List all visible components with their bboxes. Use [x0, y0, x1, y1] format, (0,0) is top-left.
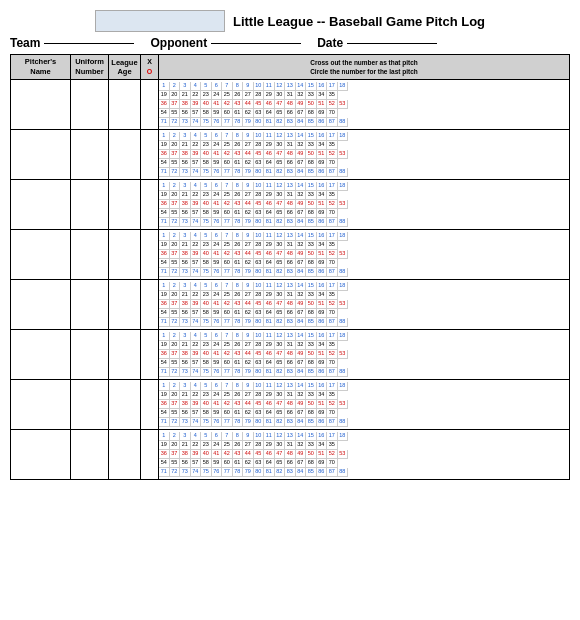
- pitch-num-76[interactable]: 76: [212, 418, 223, 427]
- pitch-num-13[interactable]: 13: [285, 132, 296, 141]
- pitch-num-44[interactable]: 44: [243, 100, 254, 109]
- pitch-num-61[interactable]: 61: [233, 359, 244, 368]
- pitch-num-51[interactable]: 51: [317, 250, 328, 259]
- pitch-num-58[interactable]: 58: [201, 359, 212, 368]
- pitch-num-37[interactable]: 37: [170, 200, 181, 209]
- pitch-num-87[interactable]: 87: [327, 218, 338, 227]
- pitch-num-33[interactable]: 33: [306, 441, 317, 450]
- pitch-num-25[interactable]: 25: [222, 391, 233, 400]
- pitch-num-70[interactable]: 70: [327, 209, 338, 218]
- pitch-num-4[interactable]: 4: [191, 132, 202, 141]
- pitch-num-80[interactable]: 80: [254, 318, 265, 327]
- pitch-num-18[interactable]: 18: [338, 432, 349, 441]
- pitch-num-86[interactable]: 86: [317, 418, 328, 427]
- pitch-num-53[interactable]: 53: [338, 350, 349, 359]
- pitch-num-49[interactable]: 49: [296, 200, 307, 209]
- pitch-num-52[interactable]: 52: [327, 100, 338, 109]
- pitch-num-47[interactable]: 47: [275, 450, 286, 459]
- pitch-num-64[interactable]: 64: [264, 109, 275, 118]
- pitch-num-25[interactable]: 25: [222, 141, 233, 150]
- pitch-num-33[interactable]: 33: [306, 91, 317, 100]
- pitch-num-18[interactable]: 18: [338, 132, 349, 141]
- pitch-num-19[interactable]: 19: [159, 141, 170, 150]
- pitch-num-44[interactable]: 44: [243, 150, 254, 159]
- pitch-num-46[interactable]: 46: [264, 100, 275, 109]
- pitch-num-42[interactable]: 42: [222, 450, 233, 459]
- pitch-num-62[interactable]: 62: [243, 259, 254, 268]
- pitch-num-47[interactable]: 47: [275, 100, 286, 109]
- pitch-num-60[interactable]: 60: [222, 409, 233, 418]
- pitch-num-26[interactable]: 26: [233, 241, 244, 250]
- pitch-num-3[interactable]: 3: [180, 382, 191, 391]
- pitch-num-45[interactable]: 45: [254, 300, 265, 309]
- pitch-num-86[interactable]: 86: [317, 268, 328, 277]
- pitch-num-46[interactable]: 46: [264, 450, 275, 459]
- pitch-num-69[interactable]: 69: [317, 409, 328, 418]
- pitch-num-48[interactable]: 48: [285, 400, 296, 409]
- pitch-num-72[interactable]: 72: [170, 168, 181, 177]
- pitch-num-11[interactable]: 11: [264, 382, 275, 391]
- pitch-num-34[interactable]: 34: [317, 91, 328, 100]
- pitch-num-81[interactable]: 81: [264, 318, 275, 327]
- pitch-num-9[interactable]: 9: [243, 182, 254, 191]
- pitch-num-20[interactable]: 20: [170, 391, 181, 400]
- pitch-num-7[interactable]: 7: [222, 382, 233, 391]
- pitch-num-7[interactable]: 7: [222, 432, 233, 441]
- pitch-num-56[interactable]: 56: [180, 409, 191, 418]
- pitch-num-65[interactable]: 65: [275, 359, 286, 368]
- pitch-num-66[interactable]: 66: [285, 409, 296, 418]
- pitch-num-28[interactable]: 28: [254, 241, 265, 250]
- pitch-num-1[interactable]: 1: [159, 432, 170, 441]
- pitch-num-73[interactable]: 73: [180, 168, 191, 177]
- pitch-num-3[interactable]: 3: [180, 132, 191, 141]
- pitch-num-41[interactable]: 41: [212, 450, 223, 459]
- pitch-num-81[interactable]: 81: [264, 218, 275, 227]
- pitch-num-43[interactable]: 43: [233, 300, 244, 309]
- pitch-num-17[interactable]: 17: [327, 432, 338, 441]
- pitch-num-20[interactable]: 20: [170, 191, 181, 200]
- pitch-numbers-cell-2[interactable]: 1234567891011121314151617181920212223242…: [159, 179, 570, 229]
- pitch-num-54[interactable]: 54: [159, 259, 170, 268]
- pitch-num-40[interactable]: 40: [201, 250, 212, 259]
- pitch-num-54[interactable]: 54: [159, 209, 170, 218]
- pitch-num-44[interactable]: 44: [243, 250, 254, 259]
- pitch-num-55[interactable]: 55: [170, 259, 181, 268]
- pitch-num-68[interactable]: 68: [306, 359, 317, 368]
- pitch-num-29[interactable]: 29: [264, 341, 275, 350]
- pitch-num-56[interactable]: 56: [180, 359, 191, 368]
- uniform-number-cell-4[interactable]: [71, 279, 109, 329]
- pitch-num-43[interactable]: 43: [233, 100, 244, 109]
- league-age-cell-4[interactable]: [109, 279, 141, 329]
- pitch-num-39[interactable]: 39: [191, 100, 202, 109]
- pitch-num-88[interactable]: 88: [338, 118, 349, 127]
- pitch-num-64[interactable]: 64: [264, 359, 275, 368]
- pitch-num-31[interactable]: 31: [285, 291, 296, 300]
- pitch-num-88[interactable]: 88: [338, 218, 349, 227]
- pitch-num-24[interactable]: 24: [212, 441, 223, 450]
- league-age-cell-7[interactable]: [109, 429, 141, 479]
- pitch-num-75[interactable]: 75: [201, 118, 212, 127]
- pitch-num-58[interactable]: 58: [201, 259, 212, 268]
- pitch-num-50[interactable]: 50: [306, 350, 317, 359]
- pitch-num-16[interactable]: 16: [317, 432, 328, 441]
- pitch-num-48[interactable]: 48: [285, 450, 296, 459]
- pitch-num-48[interactable]: 48: [285, 150, 296, 159]
- league-age-cell-2[interactable]: [109, 179, 141, 229]
- pitch-num-38[interactable]: 38: [180, 450, 191, 459]
- pitch-num-42[interactable]: 42: [222, 250, 233, 259]
- pitch-num-65[interactable]: 65: [275, 209, 286, 218]
- pitch-num-60[interactable]: 60: [222, 359, 233, 368]
- pitch-num-58[interactable]: 58: [201, 409, 212, 418]
- pitch-num-54[interactable]: 54: [159, 309, 170, 318]
- pitch-num-9[interactable]: 9: [243, 332, 254, 341]
- pitch-num-48[interactable]: 48: [285, 200, 296, 209]
- pitch-num-1[interactable]: 1: [159, 232, 170, 241]
- pitch-num-1[interactable]: 1: [159, 332, 170, 341]
- pitch-num-15[interactable]: 15: [306, 82, 317, 91]
- pitch-num-63[interactable]: 63: [254, 309, 265, 318]
- pitch-num-28[interactable]: 28: [254, 291, 265, 300]
- pitch-num-30[interactable]: 30: [275, 341, 286, 350]
- pitch-num-85[interactable]: 85: [306, 368, 317, 377]
- pitch-num-24[interactable]: 24: [212, 391, 223, 400]
- pitch-num-22[interactable]: 22: [191, 291, 202, 300]
